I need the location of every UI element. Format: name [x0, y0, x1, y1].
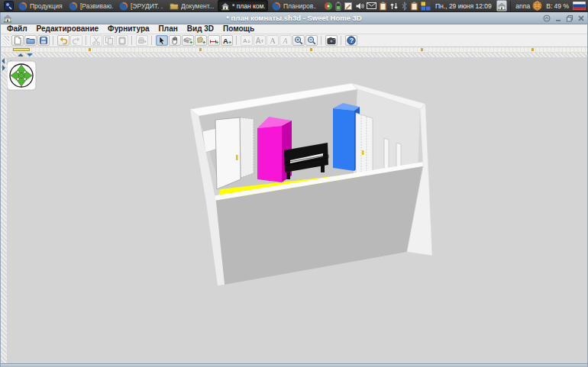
decrease-text-size-button: A [241, 35, 253, 46]
mail-icon[interactable] [367, 2, 376, 10]
menu-item-5[interactable]: Помощь [218, 24, 259, 34]
bluetooth-icon[interactable] [401, 2, 408, 11]
create-walls-icon [183, 36, 192, 45]
room-3d-scene [7, 57, 587, 363]
toolbar: AAAAA? [1, 34, 587, 47]
3d-navigation-compass[interactable] [7, 59, 37, 91]
zoom-in-icon [294, 36, 303, 45]
taskbar-window-label: Планиров... [283, 2, 316, 10]
cut-button [90, 35, 102, 46]
add-furniture-button [136, 35, 148, 46]
taskbar-window-label: Продукция... [30, 2, 63, 10]
battery-label: B: 49 % [546, 2, 569, 10]
help-button[interactable]: ? [345, 35, 357, 46]
bold-button: A [267, 35, 279, 46]
window-titlebar[interactable]: * план комнаты.sh3d - Sweet Home 3D [1, 12, 587, 24]
italic-button: A [279, 35, 292, 46]
increase-text-icon: A [255, 36, 264, 45]
undo-button[interactable] [57, 35, 69, 46]
paste-button [116, 35, 128, 46]
app-menu-icon[interactable] [3, 1, 14, 11]
sweet-home-app-icon [3, 14, 12, 23]
battery-icon[interactable] [335, 2, 341, 11]
ruler-tick [199, 48, 202, 51]
taskbar-window-label: [ЭРУДИТ. ... [131, 2, 163, 10]
cut-icon [92, 36, 101, 45]
taskbar-window-button-1[interactable]: [Развиваю... [66, 1, 115, 11]
clipboard-icon[interactable] [379, 2, 387, 11]
taskbar-window-button-4[interactable]: * план ком... [218, 0, 268, 11]
network-traffic-icon[interactable] [389, 2, 399, 11]
toolbar-drag-handle[interactable] [3, 36, 9, 45]
open-button[interactable] [24, 35, 37, 46]
expand-left-arrow-icon[interactable] [2, 58, 5, 64]
maximize-button[interactable] [565, 14, 573, 22]
window-title: * план комнаты.sh3d - Sweet Home 3D [1, 14, 587, 22]
svg-text:A: A [270, 37, 276, 45]
3d-view[interactable] [7, 57, 587, 363]
expand-up-arrow-icon[interactable] [18, 53, 24, 56]
folder-icon [170, 2, 179, 11]
menu-item-3[interactable]: План [154, 24, 183, 34]
menu-item-4[interactable]: Вид 3D [183, 24, 218, 34]
ruler-tick [89, 48, 91, 51]
russian-flag-keyboard-icon[interactable] [573, 2, 586, 10]
save-button[interactable] [37, 35, 50, 46]
copy-button [103, 35, 115, 46]
new-document-icon [13, 36, 22, 45]
add-furniture-icon [137, 36, 147, 45]
zoom-out-button[interactable] [305, 35, 318, 46]
left-door-leaf [215, 118, 241, 189]
minimize-button[interactable] [554, 14, 562, 22]
menu-item-2[interactable]: Фурнитура [103, 24, 154, 34]
pan-button[interactable] [169, 35, 181, 46]
tray-empty-slot [510, 1, 511, 11]
zoom-in-button[interactable] [292, 35, 305, 46]
username-label: anna [515, 2, 530, 10]
expand-right-arrow-icon[interactable] [2, 65, 5, 71]
toolbar-separator [236, 36, 237, 45]
new-home-button[interactable] [11, 35, 24, 46]
window-selector-button[interactable] [496, 0, 507, 11]
create-dimensions-button[interactable] [208, 35, 220, 46]
toolbar-separator [341, 36, 341, 45]
taskbar-window-button-3[interactable]: Документ... [167, 1, 216, 11]
clipboard-icon[interactable] [410, 2, 418, 11]
sweet-home-icon [497, 2, 506, 11]
collapsed-plan-ruler[interactable] [1, 47, 587, 53]
left-doorway-frame [240, 118, 254, 178]
door-handle [236, 155, 238, 160]
collapse-down-arrow-icon[interactable] [27, 53, 33, 56]
rollup-button[interactable] [542, 14, 551, 22]
menu-item-1[interactable]: Редактирование [32, 24, 103, 34]
volume-icon[interactable] [355, 2, 364, 11]
camera-icon [327, 36, 336, 45]
vertical-split-divider[interactable] [1, 57, 7, 363]
plan-compass-collapsed [13, 48, 30, 51]
close-button[interactable] [577, 14, 585, 22]
taskbar-clock[interactable]: Пн., 29 июня 12:09 [435, 2, 492, 10]
save-icon [39, 36, 48, 45]
toolbar-separator [53, 36, 53, 45]
svg-text:A: A [243, 37, 247, 44]
taskbar-window-button-2[interactable]: [ЭРУДИТ. ... [117, 1, 166, 11]
svg-text:?: ? [349, 37, 353, 44]
globe-icon[interactable] [532, 1, 542, 11]
svg-text:A: A [282, 37, 288, 45]
ruler-tick [531, 48, 534, 51]
create-walls-button[interactable] [182, 35, 194, 46]
firefox-icon [119, 2, 128, 11]
create-texts-button[interactable]: A [221, 35, 233, 46]
create-rooms-button[interactable] [195, 35, 207, 46]
select-button[interactable] [156, 35, 168, 46]
taskbar-window-button-0[interactable]: Продукция... [16, 1, 65, 11]
desktop-taskbar: Продукция...[Развиваю...[ЭРУДИТ. ...Доку… [0, 0, 588, 12]
notes-icon[interactable] [344, 2, 353, 11]
photo-button[interactable] [325, 35, 338, 46]
menu-item-0[interactable]: Файл [2, 24, 32, 34]
taskbar-window-button-5[interactable]: Планиров... [270, 1, 318, 11]
taskbar-window-label: [Развиваю... [80, 2, 113, 10]
updates-icon[interactable] [324, 2, 333, 11]
ruler-tick [310, 48, 312, 51]
workspace-grid-icon[interactable] [421, 2, 431, 11]
